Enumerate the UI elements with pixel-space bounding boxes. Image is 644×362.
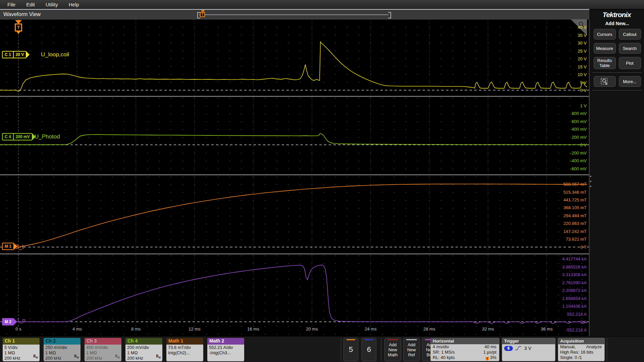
sidebar-button-callout[interactable]: Callout <box>619 29 641 40</box>
sidebar-button-plot[interactable]: Plot <box>619 57 641 69</box>
badge-text: M 1 <box>3 243 13 249</box>
horizontal-value: 40 ms <box>485 344 496 350</box>
channel-card-row: 200 kHz <box>4 356 38 361</box>
axis-label: 1.104436 kA <box>562 304 587 309</box>
record-view-trigger-icon[interactable]: T <box>200 12 205 17</box>
channel-card-body: 73.6 mT/divIntg(Ch2)... <box>166 345 203 361</box>
channel-label-b_t: B_t <box>15 244 24 250</box>
trigger-position-marker[interactable]: T <box>14 20 22 34</box>
channel-card-body: 250 mV/div1 MΩ200 kHzBW <box>44 345 80 361</box>
channel-label-u_loop,coil: U_loop,coil <box>41 51 69 58</box>
axis-label: 40 V <box>578 25 587 30</box>
horizontal-row: 4 ms/div40 ms <box>431 344 499 350</box>
channel-card-body: 200 mV/div1 MΩ200 kHzBW <box>125 345 162 361</box>
graticule[interactable]: T 40 V35 V30 V25 V20 V15 V10 V5 V0 V1 V8… <box>0 19 589 337</box>
sidebar-button-search[interactable]: Search <box>619 43 641 54</box>
axis-label: 3.865526 kA <box>562 264 587 269</box>
trigger-panel[interactable]: Trigger 6 3 V <box>502 338 555 361</box>
time-axis-label: 4 ms <box>72 326 82 331</box>
record-view-line <box>199 14 388 15</box>
channel-card-ch3[interactable]: Ch 3450 mV/div1 MΩ200 kHzBW <box>85 338 121 361</box>
axis-label: 294.484 mT <box>564 213 587 218</box>
badge-text: 200 mV <box>14 134 32 140</box>
horizontal-value: SR: 1 MS/s <box>433 350 455 355</box>
channel-card-row: 1 MΩ <box>127 350 161 356</box>
axis-label: 10 V <box>578 72 587 77</box>
badge-text: C 1 <box>3 52 13 58</box>
channel-card-ch4[interactable]: Ch 4200 mV/div1 MΩ200 kHzBW <box>125 338 162 361</box>
rising-edge-icon <box>515 346 522 351</box>
menu-item-file[interactable]: File <box>4 1 23 8</box>
time-axis-label: 36 ms <box>541 326 552 331</box>
sidebar-button-results-table[interactable]: Results Table <box>594 57 616 69</box>
axis-label: 73.621 mT <box>566 237 587 242</box>
tektronix-logo: Tektronix <box>589 10 644 20</box>
channel-card-math1[interactable]: Math 173.6 mT/divIntg(Ch2)... <box>166 338 203 361</box>
badge-text: M 2 <box>3 319 13 325</box>
trigger-level: 3 V <box>524 346 531 351</box>
axis-label: 30 V <box>578 41 587 46</box>
channel-card-math2[interactable]: Math 2552.21 A/div-Intg(Ch3... <box>207 338 244 361</box>
acquisition-resolution: High Res: 16 bits <box>560 350 593 355</box>
channel-card-row: 200 mV/div <box>127 345 161 350</box>
axis-label: 552.218 A <box>567 311 587 316</box>
record-view-pan-control[interactable]: T <box>197 12 391 17</box>
button-add-new-math[interactable]: Add New Math <box>384 338 401 361</box>
axis-label: 515.346 mT <box>564 189 587 194</box>
acquisition-single: Single: 0 /1 <box>560 355 582 360</box>
zoom-mode-button[interactable] <box>594 76 616 87</box>
button-add-new-ref[interactable]: Add New Ref <box>403 338 420 361</box>
time-axis-label: 16 ms <box>247 326 259 331</box>
axis-label: 800 mV <box>572 111 587 116</box>
horizontal-panel[interactable]: Horizontal 4 ms/div40 msSR: 1 MS/s1 µs/p… <box>430 338 499 361</box>
badge-text: C 4 <box>3 134 13 140</box>
menu-bar: FileEditUtilityHelp <box>0 0 644 9</box>
waveform-plot <box>0 19 589 337</box>
axis-label: 441.725 mT <box>564 197 587 202</box>
channel-badge-c4[interactable]: C 4200 mV <box>2 133 36 140</box>
sidebar-button-cursors[interactable]: Cursors <box>594 29 616 40</box>
menu-item-edit[interactable]: Edit <box>23 1 42 8</box>
channel-badge-c1[interactable]: C 120 V <box>2 51 30 58</box>
axis-label: 200 mV <box>572 134 587 139</box>
channel-card-body: 552.21 A/div-Intg(Ch3... <box>207 345 244 361</box>
trigger-flag-icon: T <box>485 357 489 361</box>
axis-label: 20 V <box>578 56 587 61</box>
axis-label: 1 V <box>580 103 587 108</box>
acquisition-panel[interactable]: Acquisition Manual, Analyze High Res: 16… <box>558 338 605 361</box>
channel-card-row: 1 MΩ <box>45 350 79 356</box>
panel-splitter-handle[interactable] <box>590 176 592 187</box>
time-axis-label: 28 ms <box>423 326 435 331</box>
add-new-panel: Add New... CursorsCalloutMeasureSearchRe… <box>589 20 644 336</box>
acquisition-panel-title: Acquisition <box>558 338 604 344</box>
waveform-button-5[interactable]: 5 <box>343 338 358 361</box>
axis-label: 2.208872 kA <box>562 288 587 293</box>
zoom-select-icon <box>600 77 609 85</box>
waveform-view-titlebar[interactable]: Waveform View T <box>0 10 589 19</box>
channel-card-header: Math 2 <box>207 338 244 345</box>
time-axis-label: 20 ms <box>306 326 318 331</box>
trigger-source-badge: 6 <box>504 346 513 351</box>
channel-label-i_p: I_p <box>17 317 25 324</box>
channel-badge-m2[interactable]: M 2 <box>2 318 17 325</box>
sidebar-button-measure[interactable]: Measure <box>594 43 616 54</box>
waveform-button-label: 6 <box>367 345 371 354</box>
channel-card-header: Ch 2 <box>44 338 80 345</box>
channel-card-ch1[interactable]: Ch 15 V/div1 MΩ200 kHzBW <box>3 338 40 361</box>
bandwidth-badge: BW <box>74 354 79 360</box>
horizontal-record-length: RL: 40 kpts <box>433 355 455 361</box>
axis-label: 0 T <box>580 245 587 250</box>
menu-item-help[interactable]: Help <box>65 1 87 8</box>
axis-label: 600 mV <box>572 119 587 124</box>
channel-card-ch2[interactable]: Ch 2250 mV/div1 MΩ200 kHzBW <box>44 338 80 361</box>
channel-card-row: 1 MΩ <box>86 350 120 356</box>
menu-item-utility[interactable]: Utility <box>42 1 65 8</box>
axis-label: 1.656654 kA <box>562 296 587 301</box>
waveform-button-6[interactable]: 6 <box>362 338 376 361</box>
axis-label: 368.105 mT <box>564 205 587 210</box>
sidebar-divider <box>592 72 642 73</box>
time-axis-label: 8 ms <box>131 326 141 331</box>
axis-label: 400 mV <box>572 127 587 132</box>
more-button[interactable]: More... <box>619 76 641 87</box>
channel-card-row: 450 mV/div <box>86 345 120 350</box>
